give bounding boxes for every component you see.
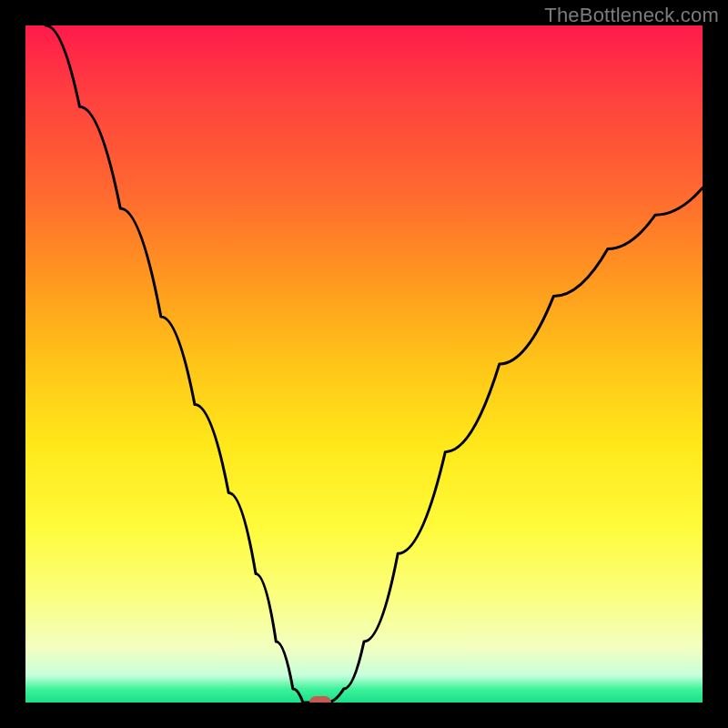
plot-area <box>25 25 703 703</box>
bottleneck-curve <box>46 25 703 703</box>
minimum-marker <box>309 696 331 703</box>
watermark-text: TheBottleneck.com <box>544 4 719 27</box>
curve-layer <box>25 25 703 703</box>
chart-frame: TheBottleneck.com <box>0 0 728 728</box>
